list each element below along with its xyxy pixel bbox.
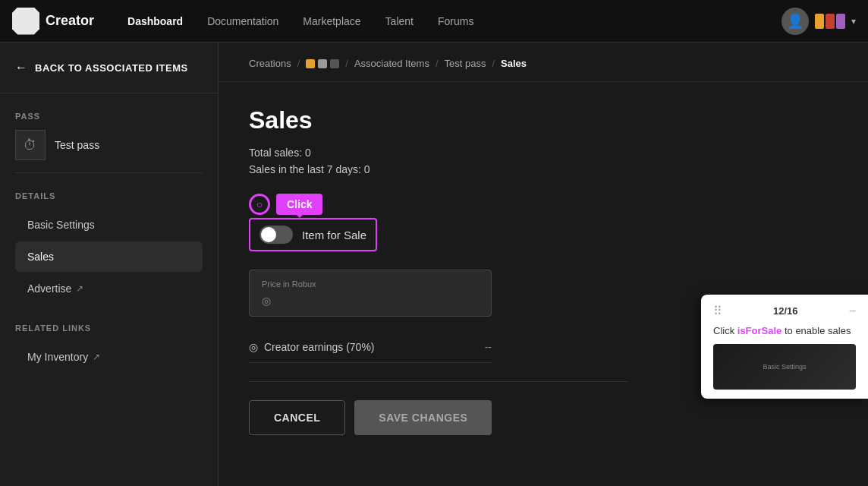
breadcrumb-icon <box>306 59 339 68</box>
pass-thumbnail: ⏱ <box>15 130 46 160</box>
breadcrumb: Creations / / Associated Items / Test pa… <box>219 43 868 82</box>
my-inventory-label: My Inventory <box>27 351 88 363</box>
toggle-wrapper: ○ Click Item for Sale <box>249 194 838 251</box>
click-tooltip: Click <box>276 194 322 215</box>
nav-links: Dashboard Documentation Marketplace Tale… <box>118 9 782 33</box>
save-button[interactable]: SAVE CHANGES <box>354 400 492 435</box>
robux-icon-2: ◎ <box>249 341 258 353</box>
tooltip-panel-header: ⠿ 12/16 − <box>713 304 856 318</box>
breadcrumb-current: Sales <box>501 58 527 69</box>
toggle-knob <box>261 227 276 242</box>
related-section: RELATED LINKS My Inventory ↗ <box>0 305 218 374</box>
total-sales: Total sales: 0 <box>249 147 838 159</box>
bc-square-1 <box>306 59 315 68</box>
total-sales-label: Total sales: <box>249 147 302 159</box>
sidebar-item-basic-settings[interactable]: Basic Settings <box>15 210 203 240</box>
sidebar-item-sales[interactable]: Sales <box>15 241 203 272</box>
divider <box>249 381 628 382</box>
pass-section: PASS ⏱ Test pass <box>0 93 218 173</box>
details-label: DETAILS <box>15 191 203 200</box>
robux-icon: ◎ <box>262 295 271 307</box>
color-block-2 <box>826 14 835 29</box>
main-content: Creations / / Associated Items / Test pa… <box>219 43 868 486</box>
tooltip-panel-step: 12/16 <box>773 305 798 317</box>
nav-link-talent[interactable]: Talent <box>376 9 423 33</box>
tooltip-text-after: to enable sales <box>782 325 851 336</box>
nav-dropdown-chevron[interactable]: ▾ <box>851 16 856 27</box>
nav-right: 👤 ▾ <box>782 8 856 35</box>
sidebar: ← BACK TO ASSOCIATED ITEMS PASS ⏱ Test p… <box>0 43 219 486</box>
nav-link-forums[interactable]: Forums <box>429 9 483 33</box>
breadcrumb-associated-items[interactable]: Associated Items <box>354 58 429 69</box>
external-link-icon: ↗ <box>76 283 83 294</box>
earnings-label-text: Creator earnings (70%) <box>264 341 375 353</box>
external-link-icon-2: ↗ <box>93 352 100 362</box>
color-block-1 <box>815 14 824 29</box>
back-label: BACK TO ASSOCIATED ITEMS <box>35 62 188 74</box>
sidebar-item-advertise[interactable]: Advertise ↗ <box>15 273 203 304</box>
toggle-row: Item for Sale <box>249 218 377 251</box>
earnings-label: ◎ Creator earnings (70%) <box>249 341 375 353</box>
click-ring-icon: ○ <box>249 194 270 215</box>
total-sales-value: 0 <box>305 147 311 159</box>
tooltip-thumbnail: Basic Settings <box>713 344 856 390</box>
sidebar-item-my-inventory[interactable]: My Inventory ↗ <box>15 342 203 372</box>
price-input-row: ◎ <box>262 295 479 307</box>
sales-label: Sales <box>27 251 54 263</box>
breadcrumb-sep-3: / <box>436 58 439 69</box>
cancel-button[interactable]: CANCEL <box>249 400 345 435</box>
bc-square-2 <box>318 59 327 68</box>
avatar[interactable]: 👤 <box>782 8 809 35</box>
tooltip-highlight: isForSale <box>737 325 782 336</box>
last7-value: 0 <box>364 163 370 175</box>
toggle-label: Item for Sale <box>302 229 366 241</box>
sales-stats: Total sales: 0 Sales in the last 7 days:… <box>249 147 838 175</box>
logo-text: Creator <box>46 13 94 29</box>
page-title: Sales <box>249 106 838 134</box>
tooltip-panel-text: Click isForSale to enable sales <box>713 324 856 338</box>
basic-settings-label: Basic Settings <box>27 219 95 231</box>
pass-name: Test pass <box>55 139 99 151</box>
action-buttons: CANCEL SAVE CHANGES <box>249 400 838 435</box>
breadcrumb-test-pass[interactable]: Test pass <box>445 58 486 69</box>
price-input[interactable] <box>277 295 479 307</box>
nav-link-dashboard[interactable]: Dashboard <box>118 9 192 33</box>
back-arrow-icon: ← <box>15 61 27 74</box>
color-block-3 <box>836 14 845 29</box>
price-input-container: Price in Robux ◎ <box>249 270 492 317</box>
tooltip-panel: ⠿ 12/16 − Click isForSale to enable sale… <box>701 295 868 399</box>
earnings-value: -- <box>485 341 492 353</box>
logo-icon <box>12 8 39 35</box>
tooltip-text-before: Click <box>713 325 737 336</box>
price-label: Price in Robux <box>262 279 479 289</box>
thumb-label: Basic Settings <box>763 363 806 371</box>
content-area: Sales Total sales: 0 Sales in the last 7… <box>219 82 868 459</box>
earnings-row: ◎ Creator earnings (70%) -- <box>249 332 492 363</box>
tooltip-row: ○ Click <box>249 194 838 215</box>
breadcrumb-sep-2: / <box>345 58 348 69</box>
top-navigation: Creator Dashboard Documentation Marketpl… <box>0 0 868 43</box>
last7-label: Sales in the last 7 days: <box>249 163 361 175</box>
nav-link-marketplace[interactable]: Marketplace <box>294 9 370 33</box>
advertise-label: Advertise <box>27 282 71 295</box>
bc-square-3 <box>330 59 339 68</box>
main-layout: ← BACK TO ASSOCIATED ITEMS PASS ⏱ Test p… <box>0 43 868 486</box>
color-blocks <box>815 14 845 29</box>
is-for-sale-toggle[interactable] <box>259 226 293 244</box>
nav-link-documentation[interactable]: Documentation <box>198 9 288 33</box>
related-label: RELATED LINKS <box>15 323 203 333</box>
pass-item: ⏱ Test pass <box>15 130 203 173</box>
tooltip-panel-close-button[interactable]: − <box>849 305 856 318</box>
breadcrumb-sep-1: / <box>297 58 300 69</box>
pass-section-label: PASS <box>15 112 203 121</box>
details-section: DETAILS Basic Settings Sales Advertise ↗ <box>0 173 218 305</box>
breadcrumb-sep-4: / <box>492 58 495 69</box>
breadcrumb-creations[interactable]: Creations <box>249 58 291 69</box>
logo[interactable]: Creator <box>12 8 94 35</box>
last7-sales: Sales in the last 7 days: 0 <box>249 163 838 175</box>
thumb-content-inner: Basic Settings <box>713 344 856 390</box>
tooltip-panel-drag-icon: ⠿ <box>713 304 722 318</box>
back-button[interactable]: ← BACK TO ASSOCIATED ITEMS <box>0 43 218 93</box>
